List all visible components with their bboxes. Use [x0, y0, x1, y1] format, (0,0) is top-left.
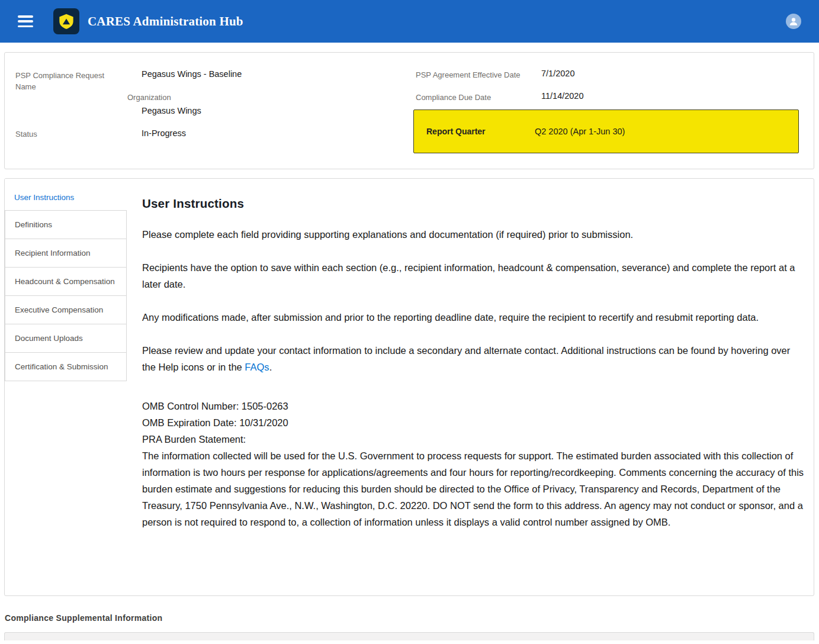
tab-certification-submission[interactable]: Certification & Submission — [5, 352, 127, 381]
omb-block: OMB Control Number: 1505-0263 OMB Expira… — [142, 398, 804, 530]
due-date-value: 11/14/2020 — [541, 90, 584, 102]
request-name-label: PSP Compliance Request Name — [15, 70, 110, 93]
pra-burden-label: PRA Burden Statement: — [142, 431, 804, 447]
tab-document-uploads[interactable]: Document Uploads — [5, 324, 127, 353]
paragraph-4-text: Please review and update your contact in… — [142, 345, 790, 372]
status-value: In-Progress — [142, 127, 186, 139]
tab-definitions[interactable]: Definitions — [5, 210, 127, 239]
instructions-paragraph-2: Recipients have the option to save withi… — [142, 259, 804, 292]
report-quarter-label: Report Quarter — [414, 127, 530, 136]
hamburger-menu-icon[interactable] — [18, 15, 33, 27]
top-navbar: CARES Administration Hub — [0, 0, 819, 43]
status-label: Status — [15, 129, 37, 140]
organization-label: Organization — [127, 92, 171, 104]
omb-control-number: OMB Control Number: 1505-0263 — [142, 398, 804, 414]
instructions-content: User Instructions Please complete each f… — [127, 179, 814, 595]
request-name-value: Pegasus Wings - Baseline — [142, 68, 242, 80]
tab-recipient-information[interactable]: Recipient Information — [5, 239, 127, 268]
pra-burden-statement: The information collected will be used f… — [142, 447, 804, 530]
instructions-paragraph-4: Please review and update your contact in… — [142, 342, 804, 375]
faqs-link[interactable]: FAQs — [245, 362, 269, 372]
report-quarter-value: Q2 2020 (Apr 1-Jun 30) — [530, 127, 625, 136]
report-quarter-highlight: Report Quarter Q2 2020 (Apr 1-Jun 30) — [413, 110, 799, 153]
due-date-label: Compliance Due Date — [416, 92, 491, 104]
effective-date-label: PSP Agreement Effective Date — [416, 70, 521, 81]
section-tabs: User Instructions Definitions Recipient … — [5, 179, 127, 595]
app-title: CARES Administration Hub — [88, 14, 243, 29]
page-title: User Instructions — [142, 197, 804, 211]
organization-value: Pegasus Wings — [142, 105, 201, 117]
compliance-summary-card: PSP Compliance Request Name Pegasus Wing… — [4, 52, 814, 169]
person-icon — [788, 16, 799, 27]
paragraph-4-period: . — [269, 362, 272, 372]
instructions-paragraph-1: Please complete each field providing sup… — [142, 226, 804, 243]
effective-date-value: 7/1/2020 — [541, 67, 574, 79]
shield-icon — [58, 13, 75, 30]
tab-headcount-compensation[interactable]: Headcount & Compensation — [5, 267, 127, 296]
user-avatar-button[interactable] — [786, 14, 801, 29]
app-logo — [53, 8, 79, 34]
tab-executive-compensation[interactable]: Executive Compensation — [5, 295, 127, 324]
omb-expiration-date: OMB Expiration Date: 10/31/2020 — [142, 414, 804, 431]
supplemental-section-card — [4, 632, 814, 640]
instructions-paragraph-3: Any modifications made, after submission… — [142, 309, 804, 326]
compliance-form-card: User Instructions Definitions Recipient … — [4, 178, 814, 596]
supplemental-section-title: Compliance Supplemental Information — [5, 613, 819, 623]
tab-user-instructions[interactable]: User Instructions — [5, 179, 127, 210]
